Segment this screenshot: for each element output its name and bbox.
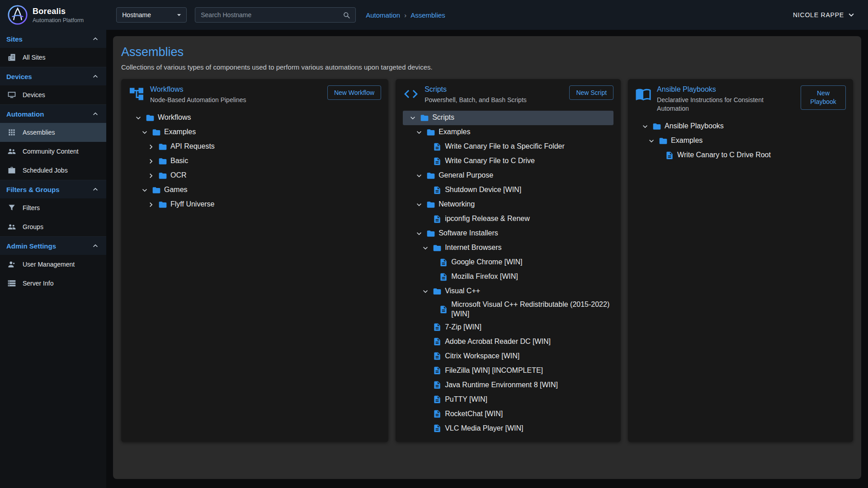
user-management-icon [7,260,16,269]
tree-item-label: Citrix Workspace [WIN] [445,350,519,362]
chevron-down-icon[interactable] [421,244,433,253]
brand-name: Borealis [33,7,84,16]
search-input[interactable] [201,11,342,19]
card-header: Workflows Node-Based Automation Pipeline… [128,85,381,104]
chevron-down-icon[interactable] [421,287,433,296]
user-name: NICOLE RAPPE [793,11,844,19]
tree-file-write-canary-file-to-a-specific-folder[interactable]: Write Canary File to a Specific Folder [403,140,613,154]
tree-folder-basic[interactable]: Basic [128,154,381,169]
tree-folder-workflows[interactable]: Workflows [128,111,381,125]
sidebar-item-all-sites[interactable]: All Sites [0,48,106,67]
sidebar-item-user-management[interactable]: User Management [0,255,106,274]
tree-file-filezilla-win-incomplete[interactable]: FileZilla [WIN] [INCOMPLETE] [403,363,613,378]
chevron-down-icon[interactable] [415,229,426,238]
tree-folder-ocr[interactable]: OCR [128,169,381,183]
chevron-spacer [421,409,433,418]
tree-folder-flyff-universe[interactable]: Flyff Universe [128,197,381,212]
breadcrumb-separator: › [404,11,406,19]
tree-folder-games[interactable]: Games [128,183,381,197]
sidebar-section-sites[interactable]: Sites [0,30,106,48]
chevron-spacer [653,151,665,160]
hostname-select[interactable]: Hostname [116,7,187,23]
tree-file-shutdown-device-win[interactable]: Shutdown Device [WIN] [403,183,613,197]
tree-folder-visual-c[interactable]: Visual C++ [403,284,613,299]
chevron-spacer [421,352,433,361]
chevron-down-icon[interactable] [415,171,426,180]
new-ansible-playbooks-button[interactable]: New Playbook [801,85,846,110]
new-workflows-button[interactable]: New Workflow [327,85,381,100]
sidebar-section-devices[interactable]: Devices [0,67,106,85]
file-icon [433,395,442,404]
tree-file-ipconfig-release-renew[interactable]: ipconfig Release & Renew [403,212,613,226]
tree-file-rocketchat-win[interactable]: RocketChat [WIN] [403,407,613,421]
tree-file-google-chrome-win[interactable]: Google Chrome [WIN] [403,255,613,270]
tree-file-vlc-media-player-win[interactable]: VLC Media Player [WIN] [403,421,613,436]
sidebar-item-assemblies[interactable]: Assemblies [0,123,106,142]
chevron-right-icon[interactable] [146,171,158,180]
sidebar-section-admin-settings[interactable]: Admin Settings [0,237,106,255]
chevron-down-icon[interactable] [134,113,146,122]
sidebar-section-label: Filters & Groups [6,186,60,193]
file-icon [439,272,448,282]
chevron-down-icon[interactable] [647,136,659,145]
sidebar-item-server-info[interactable]: Server Info [0,274,106,293]
chevron-right-icon[interactable] [146,142,158,151]
tree-file-adobe-acrobat-reader-dc-win[interactable]: Adobe Acrobat Reader DC [WIN] [403,334,613,349]
breadcrumb: Automation›Assemblies [366,11,445,19]
chevron-right-icon[interactable] [146,157,158,166]
tree-folder-general-purpose[interactable]: General Purpose [403,169,613,183]
tree-item-label: Ansible Playbooks [665,120,724,132]
chevron-down-icon[interactable] [641,122,652,131]
tree-folder-examples[interactable]: Examples [403,125,613,140]
folder-icon [426,128,435,137]
tree-file-java-runtime-environment-8-win[interactable]: Java Runtime Environment 8 [WIN] [403,378,613,392]
chevron-down-icon[interactable] [415,200,426,209]
sidebar-item-groups[interactable]: Groups [0,217,106,236]
tree-item-label: Write Canary to C Drive Root [677,149,771,161]
sidebar-item-label: Community Content [23,148,79,155]
tree-file-mozilla-firefox-win[interactable]: Mozilla Firefox [WIN] [403,270,613,284]
tree-item-label: ipconfig Release & Renew [445,213,530,225]
sidebar-item-scheduled-jobs[interactable]: Scheduled Jobs [0,161,106,180]
breadcrumb-item-automation[interactable]: Automation [366,11,400,19]
sidebar-section-automation[interactable]: Automation [0,105,106,123]
tree-folder-examples[interactable]: Examples [128,125,381,140]
chevron-down-icon[interactable] [408,113,420,122]
tree-item-label: Google Chrome [WIN] [451,256,522,268]
tree-file-7-zip-win[interactable]: 7-Zip [WIN] [403,320,613,334]
new-scripts-button[interactable]: New Script [569,85,613,100]
breadcrumb-item-assemblies[interactable]: Assemblies [410,11,445,19]
tree-folder-internet-browsers[interactable]: Internet Browsers [403,241,613,255]
folder-icon [433,244,442,253]
tree-folder-software-installers[interactable]: Software Installers [403,226,613,241]
chevron-down-icon[interactable] [415,128,426,137]
tree-folder-api-requests[interactable]: API Requests [128,140,381,154]
tree-folder-scripts[interactable]: Scripts [403,111,613,125]
folder-icon [158,142,167,151]
sidebar-section-filters-groups[interactable]: Filters & Groups [0,180,106,198]
file-icon [433,157,442,166]
chevron-right-icon[interactable] [146,200,158,209]
tree-item-label: Write Canary File to C Drive [445,155,535,167]
card-title: Scripts [425,85,564,94]
tree-file-write-canary-to-c-drive-root[interactable]: Write Canary to C Drive Root [635,148,846,163]
chevron-down-icon[interactable] [140,128,152,137]
ansible-playbooks-tree: Ansible Playbooks Examples Write Canary … [635,119,846,436]
tree-folder-examples[interactable]: Examples [635,134,846,148]
folder-icon [426,229,435,238]
chevron-spacer [421,157,433,166]
tree-folder-ansible-playbooks[interactable]: Ansible Playbooks [635,119,846,134]
tree-file-putty-win[interactable]: PuTTY [WIN] [403,392,613,407]
tree-file-write-canary-file-to-c-drive[interactable]: Write Canary File to C Drive [403,154,613,169]
card-header: Ansible Playbooks Declarative Instructio… [635,85,846,113]
folder-icon [146,113,155,122]
sidebar-item-filters[interactable]: Filters [0,198,106,217]
tree-item-label: Internet Browsers [445,242,501,254]
tree-folder-networking[interactable]: Networking [403,197,613,212]
chevron-down-icon[interactable] [140,186,152,195]
tree-file-citrix-workspace-win[interactable]: Citrix Workspace [WIN] [403,349,613,363]
sidebar-item-devices[interactable]: Devices [0,85,106,104]
sidebar-item-community-content[interactable]: Community Content [0,142,106,161]
user-menu[interactable]: NICOLE RAPPE [793,10,856,20]
tree-file-microsoft-visual-c-redistributable-2015-2022-win[interactable]: Microsoft Visual C++ Redistributable (20… [403,299,613,320]
